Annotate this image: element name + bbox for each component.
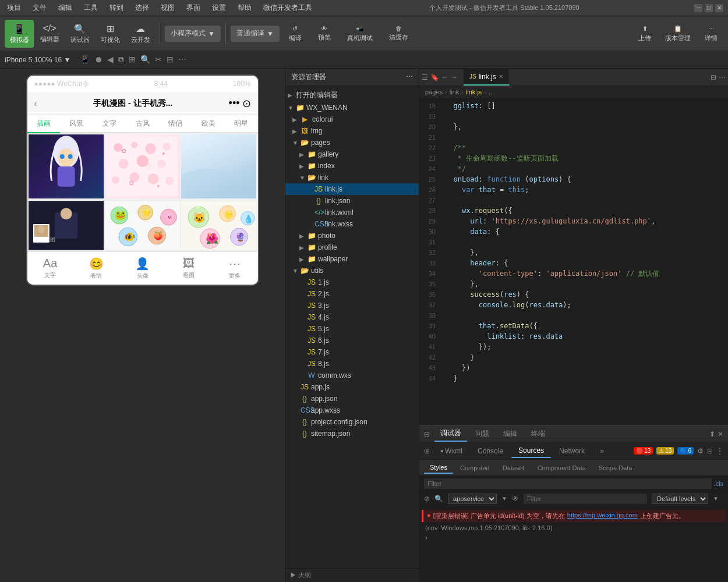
tab-menu-icon[interactable]: ☰ [422, 73, 428, 81]
menu-select[interactable]: 选择 [133, 2, 151, 14]
styles-tab-component[interactable]: Component Data [532, 463, 592, 473]
file-1js[interactable]: JS1.js [285, 276, 419, 288]
applet-mode-dropdown[interactable]: 小程序模式 ▼ [165, 26, 221, 42]
search-sim-icon[interactable]: 🔍 [140, 55, 150, 65]
image-pink-pattern[interactable]: ✿ ♡ ✦ ✿ ✦ [105, 134, 180, 198]
log-level-select[interactable]: Default levels [652, 494, 708, 504]
clear-cache-button[interactable]: 🗑 清缓存 [382, 20, 415, 48]
folder-utils[interactable]: ▼ 📂 utils [285, 265, 419, 276]
tab-celebrity[interactable]: 明星 [225, 115, 258, 132]
console-cursor[interactable]: › [422, 533, 726, 543]
code-content[interactable]: gglist: [] }, /** * 生命周期函数--监听页面加载 */ on… [440, 98, 728, 425]
cls-button[interactable]: .cls [714, 480, 724, 487]
open-editors-section[interactable]: ▶ 打开的编辑器 [285, 88, 419, 102]
file-3js[interactable]: JS3.js [285, 300, 419, 311]
split-editor-icon[interactable]: ⊟ [711, 73, 716, 81]
nav-emoji[interactable]: 😊 表情 [73, 257, 119, 280]
close-button[interactable]: ✕ [715, 4, 723, 12]
menu-wechat-dev[interactable]: 微信开发者工具 [261, 2, 314, 14]
debugger-button[interactable]: 🔍 调试器 [65, 20, 94, 48]
visual-button[interactable]: ⊞ 可视化 [96, 20, 125, 48]
devtools-tab-console[interactable]: Console [471, 445, 510, 457]
devtools-tab-more[interactable]: » [593, 445, 611, 457]
upload-button[interactable]: ⬆ 上传 [632, 20, 657, 48]
menu-settings[interactable]: 设置 [210, 2, 228, 14]
menu-goto[interactable]: 转到 [107, 2, 126, 14]
debug-tab-terminal[interactable]: 终端 [525, 427, 551, 441]
nav-text[interactable]: Aa 文字 [27, 257, 73, 280]
file-link-wxss[interactable]: CSS link.wxss [285, 218, 419, 230]
nav-view[interactable]: 🖼 看图 [165, 257, 211, 280]
nav-avatar[interactable]: 👤 头像 [119, 257, 165, 280]
version-button[interactable]: 📋 版本管理 [659, 20, 697, 48]
dots-icon[interactable]: ⋯ [178, 55, 186, 65]
menu-interface[interactable]: 界面 [184, 2, 203, 14]
file-7js[interactable]: JS7.js [285, 346, 419, 358]
editor-tab-linkjs[interactable]: JS link.js ✕ [464, 69, 510, 86]
image-more-stickers[interactable]: 🐱 🌟 💧 🌺 🔮 [181, 201, 256, 250]
file-link-wxml[interactable]: </> link.wxml [285, 207, 419, 218]
minimize-button[interactable]: ─ [694, 4, 702, 12]
menu-help[interactable]: 帮助 [235, 2, 254, 14]
debug-tab-edit[interactable]: 编辑 [497, 427, 523, 441]
devtools-tab-sources[interactable]: Sources [511, 444, 551, 458]
console-clear-icon[interactable]: ⊘ [424, 495, 430, 503]
record-icon[interactable]: ⏺ [94, 55, 103, 65]
preview-button[interactable]: 👁 预览 [311, 20, 338, 48]
maximize-button[interactable]: □ [705, 4, 713, 12]
cloud-button[interactable]: ☁ 云开发 [126, 20, 155, 48]
devtools-tab-wxml[interactable]: ● Wxml [433, 445, 469, 457]
file-link-json[interactable]: {} link.json [285, 195, 419, 207]
editor-button[interactable]: </> 编辑器 [35, 20, 64, 48]
project-root[interactable]: ▼ 📁 WX_WENAN [285, 102, 419, 113]
styles-tab-dataset[interactable]: Dataset [497, 463, 531, 473]
tab-ancient[interactable]: 古风 [126, 115, 159, 132]
eye-icon[interactable]: 👁 [512, 495, 519, 503]
copy-icon[interactable]: ⧉ [118, 55, 124, 65]
console-source-select[interactable]: appservice [448, 494, 497, 504]
styles-tab-scope[interactable]: Scope Data [593, 463, 638, 473]
error-link[interactable]: https://mp.weixin.qq.com [567, 512, 638, 520]
back-icon[interactable]: ◀ [107, 55, 114, 65]
filter-input[interactable] [424, 478, 712, 489]
file-appjson[interactable]: {}app.json [285, 393, 419, 404]
debug-expand-icon[interactable]: ⬆ [709, 430, 715, 438]
folder-photo[interactable]: ▶ 📁 photo [285, 230, 419, 242]
folder-img[interactable]: ▶ 🖼 img [285, 125, 419, 137]
tab-back-icon[interactable]: ← [441, 73, 448, 81]
file-6js[interactable]: JS6.js [285, 335, 419, 346]
code-editor[interactable]: 18 19 20 21 22 23 24 25 26 27 28 29 30 3… [419, 98, 728, 425]
menu-edit[interactable]: 编辑 [56, 2, 75, 14]
grid-icon[interactable]: ⊟ [167, 55, 174, 65]
details-button[interactable]: ⋯ 详情 [699, 20, 723, 48]
menu-project[interactable]: 项目 [5, 2, 23, 14]
folder-link[interactable]: ▼ 📂 link [285, 172, 419, 183]
simulator-button[interactable]: 📱 模拟器 [5, 20, 34, 48]
compile-mode-dropdown[interactable]: 普通编译 ▼ [231, 26, 280, 42]
expand-icon[interactable]: ▶ 大纲 [290, 571, 311, 580]
file-4js[interactable]: JS4.js [285, 311, 419, 323]
tab-forward-icon[interactable]: → [451, 73, 458, 81]
tab-bookmark-icon[interactable]: 🔖 [430, 73, 439, 81]
devtools-more-icon[interactable]: ⋮ [716, 447, 723, 455]
phone-icon[interactable]: 📱 [80, 55, 90, 65]
folder-colorui[interactable]: ▶ ▶ colorui [285, 113, 419, 125]
tab-western[interactable]: 欧美 [192, 115, 225, 132]
file-project-config[interactable]: {}project.config.json [285, 416, 419, 428]
image-blue-wash[interactable] [181, 134, 256, 198]
debug-tab-issues[interactable]: 问题 [469, 427, 495, 441]
folder-pages[interactable]: ▼ 📂 pages [285, 137, 419, 148]
file-link-js[interactable]: JS link.js [285, 183, 419, 195]
file-2js[interactable]: JS2.js [285, 288, 419, 300]
folder-gallery[interactable]: ▶ 📁 gallery [285, 148, 419, 160]
debug-close-icon[interactable]: ✕ [718, 430, 723, 438]
folder-profile[interactable]: ▶ 📁 profile [285, 242, 419, 253]
file-5js[interactable]: JS5.js [285, 323, 419, 335]
image-stickers[interactable]: 🐸 ⭐ 🌸 🐠 🍑 [105, 201, 180, 250]
devtools-settings-icon[interactable]: ⚙ [697, 447, 704, 455]
tab-scenery[interactable]: 风景 [60, 115, 93, 132]
panel-menu-icon[interactable]: ⋯ [406, 72, 413, 82]
devtools-tab-network[interactable]: Network [552, 445, 592, 457]
styles-tab-computed[interactable]: Computed [454, 463, 496, 473]
file-8js[interactable]: JS8.js [285, 358, 419, 370]
